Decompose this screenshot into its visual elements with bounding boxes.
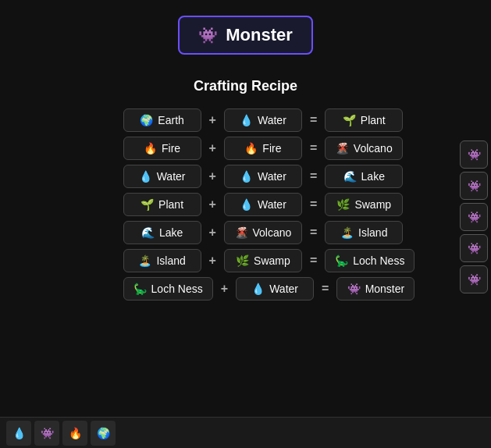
right-label: Volcano [253,226,292,239]
left-icon: 🌱 [141,198,154,211]
result-label: Plant [361,114,386,126]
right-label: Water [258,198,286,211]
equals-operator: = [308,113,318,127]
recipe-row: 💧 Water + 💧 Water = 🌊 Lake [123,165,404,188]
result-icon: 👾 [347,283,361,295]
recipe-right-3[interactable]: 💧 Water [224,165,302,188]
recipe-left-6[interactable]: 🏝️ Island [123,249,201,272]
recipe-row: 🌍 Earth + 💧 Water = 🌱 Plant [123,108,404,132]
result-label: Swamp [354,198,391,211]
sidebar: 👾👾👾👾👾 [460,140,491,293]
plus-operator: + [208,141,218,155]
sidebar-item-3[interactable]: 👾 [460,234,488,262]
recipe-left-2[interactable]: 🔥 Fire [123,137,201,160]
recipe-left-7[interactable]: 🦕 Loch Ness [123,277,213,300]
equals-operator: = [308,169,318,183]
recipe-row: 🔥 Fire + 🔥 Fire = 🌋 Volcano [123,137,404,160]
left-label: Lake [159,226,183,239]
right-icon: 🔥 [244,142,258,155]
recipe-row: 🏝️ Island + 🌿 Swamp = 🦕 Loch Ness [123,249,415,272]
recipe-row: 🌊 Lake + 🌋 Volcano = 🏝️ Island [123,221,404,244]
plus-operator: + [208,169,218,183]
recipe-left-1[interactable]: 🌍 Earth [123,108,201,132]
right-icon: 💧 [240,170,253,183]
plus-operator: + [208,226,218,240]
recipe-result-6[interactable]: 🦕 Loch Ness [325,249,415,272]
recipe-right-1[interactable]: 💧 Water [224,108,302,132]
result-icon: 🌋 [336,142,349,155]
equals-operator: = [320,282,330,296]
left-icon: 🔥 [144,142,157,155]
result-label: Monster [365,283,405,295]
taskbar-item-0[interactable]: 💧 [6,421,31,446]
right-icon: 💧 [240,114,253,126]
right-icon: 🌿 [236,254,249,267]
right-icon: 💧 [240,198,253,211]
recipe-result-1[interactable]: 🌱 Plant [325,108,403,132]
recipe-result-4[interactable]: 🌿 Swamp [325,193,403,216]
result-icon: 🏝️ [340,226,354,239]
plus-operator: + [208,113,218,127]
recipes-container: 🌍 Earth + 💧 Water = 🌱 Plant 🔥 Fire + 🔥 F… [123,108,415,300]
result-icon: 🦕 [335,254,348,267]
recipe-result-2[interactable]: 🌋 Volcano [325,137,403,160]
left-label: Island [156,254,185,267]
recipe-result-7[interactable]: 👾 Monster [336,277,415,300]
plus-operator: + [208,197,218,212]
plus-operator: + [219,282,229,296]
taskbar-item-3[interactable]: 🌍 [91,421,116,446]
recipe-left-5[interactable]: 🌊 Lake [123,221,201,244]
recipe-result-3[interactable]: 🌊 Lake [325,165,403,188]
result-label: Volcano [354,142,393,155]
recipe-right-7[interactable]: 💧 Water [236,277,314,300]
right-label: Water [258,170,286,183]
recipe-right-4[interactable]: 💧 Water [224,193,302,216]
taskbar-item-1[interactable]: 👾 [34,421,59,446]
title-text: Monster [226,25,293,45]
right-label: Water [269,283,298,295]
title-icon: 👾 [198,26,218,44]
left-label: Earth [158,114,183,126]
left-icon: 🏝️ [138,254,151,267]
recipe-left-3[interactable]: 💧 Water [123,165,201,188]
recipe-right-5[interactable]: 🌋 Volcano [224,221,302,244]
result-icon: 🌊 [343,170,357,183]
taskbar-item-2[interactable]: 🔥 [62,421,87,446]
left-icon: 🦕 [133,283,147,295]
recipe-result-5[interactable]: 🏝️ Island [325,221,403,244]
right-icon: 💧 [251,283,265,295]
result-label: Loch Ness [353,254,404,267]
left-icon: 💧 [139,170,152,183]
sidebar-item-2[interactable]: 👾 [460,203,488,231]
result-icon: 🌱 [343,114,356,126]
left-label: Loch Ness [151,283,203,295]
right-label: Water [258,114,286,126]
right-label: Fire [262,142,281,155]
right-label: Swamp [254,254,290,267]
plus-operator: + [208,254,218,268]
section-title: Crafting Recipe [194,78,297,94]
equals-operator: = [308,141,318,155]
recipe-right-2[interactable]: 🔥 Fire [224,137,302,160]
left-label: Fire [162,142,180,155]
result-icon: 🌿 [336,198,350,211]
recipe-row: 🦕 Loch Ness + 💧 Water = 👾 Monster [123,277,415,300]
recipe-right-6[interactable]: 🌿 Swamp [224,249,302,272]
main-container: 👾 Monster Crafting Recipe 🌍 Earth + 💧 Wa… [0,0,491,300]
equals-operator: = [308,197,318,212]
left-icon: 🌊 [141,226,155,239]
right-icon: 🌋 [235,226,248,239]
sidebar-item-0[interactable]: 👾 [460,140,488,169]
sidebar-item-4[interactable]: 👾 [460,265,488,293]
recipe-left-4[interactable]: 🌱 Plant [123,193,201,216]
left-label: Water [157,170,186,183]
recipe-row: 🌱 Plant + 💧 Water = 🌿 Swamp [123,193,404,216]
left-icon: 🌍 [140,114,153,126]
taskbar: 💧👾🔥🌍 [0,417,491,448]
sidebar-item-1[interactable]: 👾 [460,172,488,200]
equals-operator: = [308,254,318,268]
left-label: Plant [158,198,183,211]
equals-operator: = [308,226,318,240]
result-label: Lake [361,170,385,183]
title-badge: 👾 Monster [178,16,313,55]
